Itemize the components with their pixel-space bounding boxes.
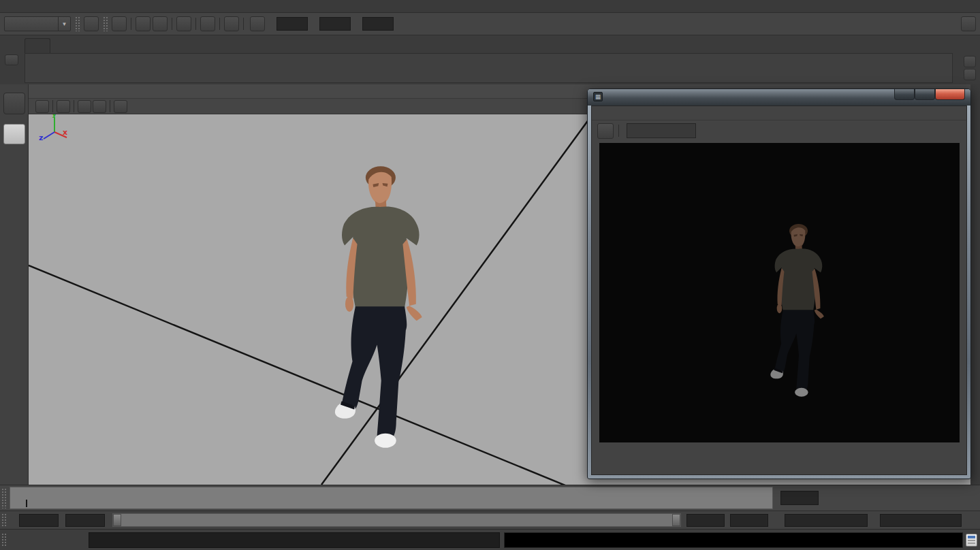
axis-y-label: y bbox=[52, 114, 57, 118]
command-line bbox=[0, 529, 980, 550]
timeline-grip[interactable] bbox=[1, 488, 7, 508]
maya-application: ▼ bbox=[0, 0, 980, 550]
anim-layer-field[interactable] bbox=[785, 514, 868, 527]
shelf-scroll-down-button[interactable] bbox=[964, 69, 976, 80]
rendered-image-canvas bbox=[599, 143, 960, 442]
y-coordinate-field[interactable] bbox=[319, 17, 351, 31]
x-coordinate-field[interactable] bbox=[276, 17, 308, 31]
menu-set-selector[interactable]: ▼ bbox=[4, 16, 71, 31]
shelf-icon-row bbox=[25, 53, 953, 83]
render-info-line-1 bbox=[592, 444, 966, 455]
playback-range-bar[interactable] bbox=[112, 513, 681, 527]
separator bbox=[219, 18, 220, 30]
rendered-image[interactable] bbox=[599, 143, 960, 442]
shelf-scroll-up-button[interactable] bbox=[964, 56, 976, 67]
script-editor-icon[interactable] bbox=[966, 534, 977, 547]
separator bbox=[172, 18, 172, 30]
range-start-handle[interactable] bbox=[113, 514, 121, 526]
minimize-button[interactable] bbox=[894, 89, 915, 100]
group-grip[interactable] bbox=[103, 16, 108, 31]
separator bbox=[110, 100, 110, 112]
character-set-field[interactable] bbox=[880, 514, 962, 527]
separator bbox=[131, 18, 131, 30]
command-feedback-field[interactable] bbox=[504, 532, 963, 548]
current-time-field[interactable] bbox=[780, 491, 819, 505]
close-button[interactable] bbox=[935, 89, 965, 100]
render-view-menu-bar bbox=[592, 106, 966, 120]
command-line-grip[interactable] bbox=[1, 533, 7, 547]
shelf-trash-icon[interactable] bbox=[961, 38, 975, 52]
time-slider bbox=[0, 485, 980, 511]
status-line: ▼ bbox=[0, 13, 980, 35]
render-view-app-icon: ▦ bbox=[593, 92, 603, 101]
current-renderer-box[interactable] bbox=[627, 123, 696, 138]
z-coordinate-field[interactable] bbox=[362, 17, 394, 31]
axis-z-label: z bbox=[39, 133, 43, 142]
playback-start-field[interactable] bbox=[65, 514, 105, 527]
render-view-body bbox=[591, 106, 967, 475]
pause-ipr-button[interactable] bbox=[701, 123, 718, 139]
shelf bbox=[0, 35, 980, 84]
timeline-ruler[interactable] bbox=[10, 487, 773, 509]
separator bbox=[52, 100, 53, 112]
separator bbox=[243, 18, 244, 30]
shelf-tabs bbox=[25, 38, 953, 53]
toolbox bbox=[0, 84, 29, 485]
range-end-handle[interactable] bbox=[672, 514, 680, 526]
separator bbox=[74, 100, 74, 112]
render-view-titlebar[interactable]: ▦ bbox=[588, 89, 970, 106]
render-info-line-2 bbox=[592, 455, 966, 466]
animation-end-field[interactable] bbox=[730, 514, 768, 527]
separator bbox=[195, 18, 196, 30]
render-view-toolbar bbox=[592, 120, 966, 141]
maximize-button[interactable] bbox=[915, 89, 935, 100]
range-slider-grip[interactable] bbox=[1, 513, 7, 527]
field-entry-mode-icon[interactable] bbox=[250, 16, 265, 31]
group-grip[interactable] bbox=[75, 16, 80, 31]
range-slider bbox=[0, 511, 980, 529]
mel-input-field[interactable] bbox=[89, 532, 500, 548]
timeline-frame-cell[interactable] bbox=[10, 487, 42, 508]
main-menu-bar bbox=[0, 0, 980, 13]
main-workspace: y x z ▦ bbox=[0, 84, 980, 485]
render-view-window: ▦ bbox=[587, 88, 971, 479]
animation-start-field[interactable] bbox=[19, 514, 59, 527]
chevron-down-icon: ▼ bbox=[58, 17, 70, 31]
axis-x-label: x bbox=[63, 128, 67, 137]
playback-end-field[interactable] bbox=[686, 514, 725, 527]
playback-controls bbox=[824, 489, 840, 506]
separator bbox=[618, 125, 619, 137]
shelf-tab[interactable] bbox=[25, 38, 50, 53]
